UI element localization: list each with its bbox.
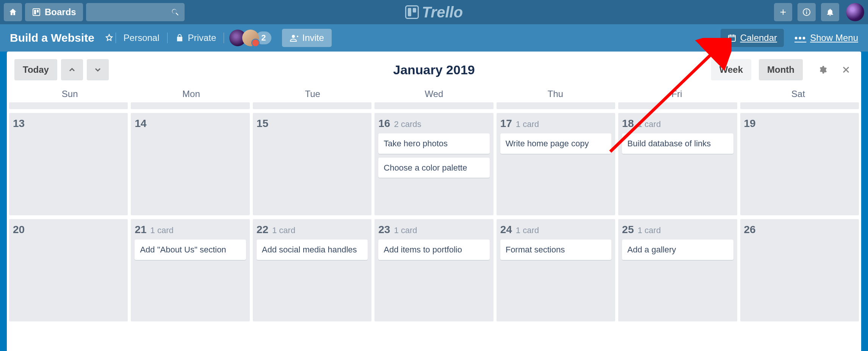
invite-button[interactable]: Invite <box>282 29 332 47</box>
home-button[interactable] <box>4 3 22 21</box>
calendar-toolbar: Today January 2019 Week Month <box>7 52 861 85</box>
search-icon <box>171 8 179 16</box>
board-title[interactable]: Build a Website <box>10 31 94 44</box>
weekday-label: Sun <box>9 85 130 102</box>
calendar-settings-button[interactable] <box>815 62 830 77</box>
day-number: 20 <box>13 224 25 236</box>
weekday-label: Fri <box>616 85 737 102</box>
visibility-label: Private <box>188 33 216 43</box>
svg-point-6 <box>292 35 295 38</box>
weekday-label: Sat <box>738 85 859 102</box>
calendar-card[interactable]: Take hero photos <box>378 133 489 154</box>
calendar-card[interactable]: Format sections <box>500 240 611 260</box>
team-name[interactable]: Personal <box>116 30 167 45</box>
month-view-button[interactable]: Month <box>759 59 803 80</box>
next-button[interactable] <box>87 59 109 80</box>
day-cell[interactable]: 13 <box>9 113 128 215</box>
day-number: 21 <box>135 224 146 236</box>
ellipsis-icon: ••• <box>794 33 806 43</box>
board-members: 2 <box>224 30 276 46</box>
day-cell[interactable]: 221 cardAdd social media handles <box>253 219 371 321</box>
boards-label: Boards <box>45 7 76 17</box>
calendar-card[interactable]: Add social media handles <box>257 240 368 260</box>
calendar-card[interactable]: Write home page copy <box>500 133 611 154</box>
show-menu-button[interactable]: ••• Show Menu <box>794 33 858 43</box>
day-cell[interactable]: 211 cardAdd "About Us" section <box>131 219 249 321</box>
day-cell[interactable]: 20 <box>9 219 128 321</box>
calendar-card[interactable]: Add "About Us" section <box>135 240 246 260</box>
calendar-card[interactable]: Add a gallery <box>622 240 733 260</box>
boards-button[interactable]: Boards <box>25 3 83 21</box>
day-cell[interactable]: 171 cardWrite home page copy <box>497 113 615 215</box>
day-number: 16 <box>378 118 390 130</box>
week-view-button[interactable]: Week <box>711 59 751 80</box>
day-cell[interactable]: 19 <box>740 113 859 215</box>
info-button[interactable] <box>797 3 816 21</box>
day-number: 22 <box>257 224 268 236</box>
invite-icon <box>290 33 299 42</box>
day-cell[interactable]: 162 cardsTake hero photosChoose a color … <box>374 113 493 215</box>
svg-rect-7 <box>729 35 735 41</box>
logo-text: Trello <box>422 4 463 21</box>
svg-rect-1 <box>34 10 36 14</box>
prev-week-stub <box>9 102 859 109</box>
chevron-up-icon <box>67 65 77 74</box>
calendar-card[interactable]: Build database of links <box>622 133 733 154</box>
search-input[interactable] <box>86 3 185 21</box>
chevron-down-icon <box>93 65 102 74</box>
day-cell[interactable]: 241 cardFormat sections <box>497 219 615 321</box>
day-cell[interactable]: 251 cardAdd a gallery <box>618 219 737 321</box>
plus-icon <box>779 8 788 17</box>
calendar-icon <box>727 33 736 42</box>
calendar-powerup-button[interactable]: Calendar <box>721 29 784 47</box>
day-number: 26 <box>744 224 756 236</box>
day-cell[interactable]: 26 <box>740 219 859 321</box>
calendar-panel: Today January 2019 Week Month Sun Mon Tu… <box>7 52 861 351</box>
user-avatar[interactable] <box>846 3 864 21</box>
gear-icon <box>818 65 827 74</box>
member-avatar[interactable] <box>242 30 259 46</box>
calendar-grid: 131415162 cardsTake hero photosChoose a … <box>7 102 861 321</box>
invite-label: Invite <box>302 33 324 43</box>
trello-mark-icon <box>405 5 419 19</box>
prev-button[interactable] <box>61 59 83 80</box>
today-button[interactable]: Today <box>14 59 57 80</box>
close-icon <box>841 65 851 74</box>
day-number: 15 <box>257 118 268 130</box>
visibility-button[interactable]: Private <box>168 30 224 45</box>
day-number: 19 <box>744 118 756 130</box>
week-row: 20211 cardAdd "About Us" section221 card… <box>9 219 859 321</box>
star-board-button[interactable] <box>103 31 116 44</box>
weekday-label: Thu <box>495 85 616 102</box>
day-cell[interactable]: 181 cardBuild database of links <box>618 113 737 215</box>
board-header: Build a Website Personal Private 2 Invit… <box>0 24 868 52</box>
home-icon <box>8 8 17 17</box>
day-cell[interactable]: 15 <box>253 113 371 215</box>
weekday-label: Mon <box>130 85 252 102</box>
week-row: 131415162 cardsTake hero photosChoose a … <box>9 113 859 215</box>
calendar-label: Calendar <box>740 33 777 43</box>
close-calendar-button[interactable] <box>838 62 854 77</box>
svg-rect-2 <box>37 10 39 13</box>
day-number: 18 <box>622 118 634 130</box>
day-card-count: 1 card <box>516 119 539 129</box>
info-icon <box>802 8 811 17</box>
day-card-count: 1 card <box>150 226 174 235</box>
calendar-card[interactable]: Add items to portfolio <box>378 240 489 260</box>
day-number: 25 <box>622 224 634 236</box>
app-logo: Trello <box>405 4 463 21</box>
create-button[interactable] <box>774 3 792 21</box>
day-card-count: 1 card <box>638 119 661 129</box>
star-icon <box>105 33 114 42</box>
day-card-count: 2 cards <box>394 119 421 129</box>
notifications-button[interactable] <box>821 3 839 21</box>
weekday-label: Tue <box>252 85 373 102</box>
day-cell[interactable]: 231 cardAdd items to portfolio <box>374 219 493 321</box>
bell-icon <box>826 8 835 17</box>
day-card-count: 1 card <box>516 226 539 235</box>
day-number: 14 <box>135 118 146 130</box>
boards-icon <box>32 8 41 17</box>
calendar-card[interactable]: Choose a color palette <box>378 158 489 178</box>
day-cell[interactable]: 14 <box>131 113 249 215</box>
day-number: 24 <box>500 224 512 236</box>
